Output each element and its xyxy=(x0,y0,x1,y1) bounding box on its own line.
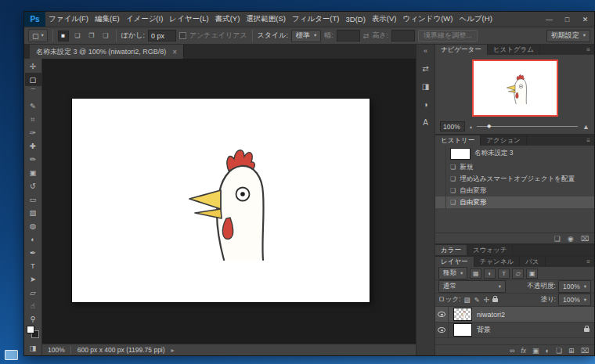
clone-stamp-tool[interactable]: ▣ xyxy=(25,166,41,179)
layer-style-icon[interactable]: fx xyxy=(521,347,526,355)
add-selection-mode-button[interactable]: ❏ xyxy=(72,31,83,41)
history-snapshot-row[interactable]: 名称未設定 3 xyxy=(435,146,594,161)
refine-edge-button[interactable]: 境界線を調整... xyxy=(418,30,478,42)
gradient-tool[interactable]: ▧ xyxy=(25,206,41,219)
lasso-tool[interactable]: ⌒ xyxy=(25,86,41,99)
intersect-selection-mode-button[interactable]: ❑ xyxy=(100,31,111,41)
lock-position-icon[interactable]: ✢ xyxy=(483,296,490,304)
adjustment-layer-icon[interactable]: ◐ xyxy=(546,347,550,355)
tab-paths[interactable]: パス xyxy=(520,257,545,267)
menu-layer[interactable]: レイヤー(L) xyxy=(166,12,211,27)
foreground-color-swatch[interactable] xyxy=(27,326,34,333)
visibility-cell[interactable] xyxy=(435,307,449,322)
panel-menu-icon[interactable]: ≡ xyxy=(582,135,594,146)
panel-menu-icon[interactable]: ≡ xyxy=(582,257,594,267)
subtract-selection-mode-button[interactable]: ❐ xyxy=(86,31,97,41)
antialias-checkbox[interactable] xyxy=(179,32,186,39)
history-source-checkbox[interactable] xyxy=(435,161,446,173)
zoom-out-icon[interactable]: ▴ xyxy=(470,124,472,129)
brush-tool[interactable]: ✏ xyxy=(25,153,41,166)
layer-name[interactable]: niwatori2 xyxy=(477,311,505,319)
layer-thumbnail[interactable] xyxy=(453,323,472,337)
filter-adjustment-layers-icon[interactable]: ◐ xyxy=(484,268,496,279)
swap-dimensions-icon[interactable]: ⇄ xyxy=(363,32,370,40)
type-tool[interactable]: T xyxy=(25,259,41,272)
zoom-slider[interactable]: ◆ xyxy=(477,126,578,127)
width-input[interactable] xyxy=(337,30,360,41)
menu-window[interactable]: ウィンドウ(W) xyxy=(400,12,456,27)
move-tool[interactable]: ✢ xyxy=(25,59,41,73)
zoom-in-icon[interactable]: ▲ xyxy=(582,123,590,131)
height-input[interactable] xyxy=(391,30,415,41)
menu-edit[interactable]: 編集(E) xyxy=(92,12,123,27)
tab-swatches[interactable]: スウォッチ xyxy=(467,245,514,255)
lock-all-icon[interactable] xyxy=(492,298,498,302)
history-source-checkbox[interactable] xyxy=(435,146,446,161)
layer-mask-icon[interactable]: ▣ xyxy=(532,347,539,355)
healing-brush-tool[interactable]: ✚ xyxy=(25,139,41,153)
panel-menu-icon[interactable]: ≡ xyxy=(582,45,594,55)
shape-tool[interactable]: ▱ xyxy=(25,286,41,299)
link-layers-icon[interactable]: ∞ xyxy=(510,347,514,355)
eyedropper-tool[interactable]: ✑ xyxy=(25,126,41,139)
navigator-zoom-input[interactable]: 100% xyxy=(440,121,465,132)
menu-view[interactable]: 表示(V) xyxy=(369,12,400,27)
status-expander-icon[interactable]: ▸ xyxy=(171,347,175,354)
menu-filter[interactable]: フィルター(T) xyxy=(289,12,343,27)
adjustments-panel-icon[interactable]: ◑ xyxy=(423,100,427,109)
history-brush-tool[interactable]: ↺ xyxy=(25,179,41,193)
pen-tool[interactable]: ✒ xyxy=(25,246,41,259)
zoom-level-input[interactable]: 100% xyxy=(48,346,71,354)
document-tab[interactable]: 名称未設定 3 @ 100% (niwatori2, RGB/8) × xyxy=(30,45,184,59)
zoom-tool[interactable]: ⚲ xyxy=(25,312,41,326)
filter-smart-object-layers-icon[interactable]: ▣ xyxy=(526,268,538,279)
new-selection-mode-button[interactable]: ■ xyxy=(58,31,69,41)
menu-help[interactable]: ヘルプ(H) xyxy=(456,12,495,27)
menu-image[interactable]: イメージ(I) xyxy=(123,12,167,27)
tab-history[interactable]: ヒストリー xyxy=(435,135,481,146)
close-button[interactable]: ✕ xyxy=(576,12,594,27)
collapse-dock-icon[interactable]: « xyxy=(424,47,427,55)
character-panel-icon[interactable]: A xyxy=(423,118,428,127)
filter-type-layers-icon[interactable]: T xyxy=(498,268,510,279)
rectangular-marquee-tool[interactable]: ▢ xyxy=(25,73,41,86)
menu-select[interactable]: 選択範囲(S) xyxy=(243,12,289,27)
lock-transparent-pixels-icon[interactable]: ▨ xyxy=(463,296,471,304)
new-layer-icon[interactable]: ⊞ xyxy=(568,347,575,355)
document-canvas[interactable] xyxy=(72,99,370,302)
history-state-row[interactable]: ❏ 新規 xyxy=(435,161,594,173)
navigator-preview[interactable] xyxy=(472,59,558,117)
new-group-icon[interactable]: ❏ xyxy=(556,347,562,355)
filter-shape-layers-icon[interactable]: ▱ xyxy=(512,268,524,279)
tab-channels[interactable]: チャンネル xyxy=(474,257,521,267)
new-document-from-state-icon[interactable]: ❏ xyxy=(554,235,561,243)
visibility-eye-icon[interactable] xyxy=(438,312,445,317)
history-state-row[interactable]: ❏ 埋め込みスマートオブジェクトを配置 xyxy=(435,173,594,185)
tab-layers[interactable]: レイヤー xyxy=(435,257,474,267)
tab-navigator[interactable]: ナビゲーター xyxy=(435,45,488,55)
slider-handle-icon[interactable]: ◆ xyxy=(487,123,491,129)
color-swatches[interactable] xyxy=(27,326,39,338)
lock-image-pixels-icon[interactable]: ✎ xyxy=(474,296,481,304)
layer-row-background[interactable]: 背景 xyxy=(435,323,594,338)
history-source-checkbox[interactable] xyxy=(435,173,446,185)
layer-filter-kind-select[interactable]: 種類 ▾ xyxy=(438,267,467,279)
delete-state-icon[interactable]: ⌧ xyxy=(581,235,589,243)
path-selection-tool[interactable]: ➤ xyxy=(25,272,41,286)
dodge-tool[interactable]: ◐ xyxy=(25,232,41,246)
minimize-button[interactable]: — xyxy=(540,12,558,27)
visibility-eye-icon[interactable] xyxy=(438,327,445,333)
fill-select[interactable]: 100% ▾ xyxy=(558,294,591,306)
taskbar-window-icon[interactable] xyxy=(5,350,18,360)
new-snapshot-icon[interactable]: ◉ xyxy=(568,235,574,243)
eraser-tool[interactable]: ▭ xyxy=(25,193,41,206)
blend-mode-select[interactable]: 通常 ▾ xyxy=(438,280,506,293)
tab-histogram[interactable]: ヒストグラム xyxy=(488,45,540,55)
history-state-row[interactable]: ❏ 自由変形 xyxy=(435,185,594,196)
tool-preset-picker[interactable]: ▢ ▾ xyxy=(28,29,48,42)
history-source-checkbox[interactable] xyxy=(435,185,446,196)
style-select[interactable]: 標準 ▾ xyxy=(291,30,321,42)
quick-mask-button[interactable]: ◨ xyxy=(25,341,41,355)
arrange-panel-icon[interactable]: ⇄ xyxy=(422,64,428,73)
layer-thumbnail[interactable] xyxy=(453,308,472,321)
